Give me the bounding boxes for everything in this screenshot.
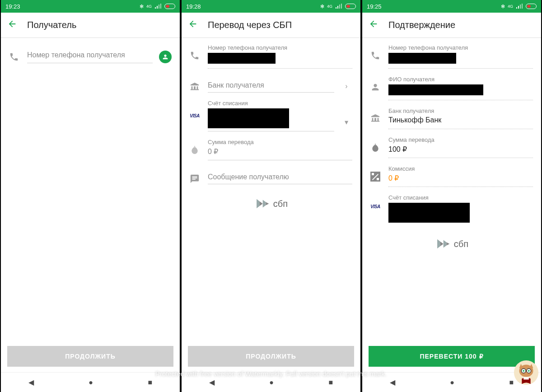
continue-button[interactable]: ПРОДОЛЖИТЬ <box>7 346 173 367</box>
svg-rect-16 <box>523 377 529 380</box>
status-time: 19:23 <box>5 3 20 10</box>
fee-field: Комиссия 0 ₽ <box>388 165 533 187</box>
status-bar: 19:25 ✻4G <box>362 0 541 13</box>
redacted-name <box>388 84 483 95</box>
percent-icon <box>369 165 382 182</box>
battery-icon <box>164 4 175 9</box>
nav-back[interactable]: ◀ <box>209 378 215 387</box>
status-time: 19:25 <box>367 3 382 10</box>
svg-marker-1 <box>260 201 263 206</box>
nav-recent[interactable]: ■ <box>148 378 153 387</box>
svg-marker-2 <box>263 200 266 208</box>
nav-recent[interactable]: ■ <box>329 378 333 387</box>
message-input[interactable]: Сообщение получателю <box>208 168 352 184</box>
dropdown-icon: ▾ <box>341 100 352 126</box>
svg-marker-3 <box>266 202 269 205</box>
sbp-logo: сбп <box>362 236 541 252</box>
message-icon <box>188 168 201 184</box>
chevron-right-icon: › <box>341 76 352 90</box>
nav-home[interactable]: ● <box>450 378 454 387</box>
svg-marker-6 <box>444 240 447 248</box>
svg-marker-7 <box>446 243 449 246</box>
phone-input[interactable]: Номер телефона получателя <box>27 51 153 63</box>
status-bar: 19:23 ✻4G <box>1 0 180 13</box>
bank-field: Банк получателя Тинькофф Банк <box>388 107 533 129</box>
phone-icon <box>188 44 201 61</box>
battery-icon <box>345 4 356 9</box>
status-indicators: ✻4G <box>501 4 537 9</box>
screen-recipient: 19:23 ✻4G Получатель Номер телефона полу… <box>0 0 181 392</box>
person-icon <box>369 76 382 92</box>
mascot-icon <box>513 359 539 386</box>
contacts-button[interactable] <box>159 51 172 63</box>
redacted-account <box>388 203 470 223</box>
moneybag-icon <box>369 136 382 152</box>
status-time: 19:28 <box>186 3 201 10</box>
nav-home[interactable]: ● <box>89 378 93 387</box>
redacted-account <box>208 108 289 128</box>
continue-button[interactable]: ПРОДОЛЖИТЬ <box>188 346 354 367</box>
account-field: Счёт списания <box>388 194 533 224</box>
name-field: ФИО получателя <box>388 76 533 100</box>
android-nav: ◀ ● ■ <box>182 372 360 392</box>
phone-field: Номер телефона получателя <box>388 44 533 69</box>
app-header: Перевод через СБП <box>182 13 360 38</box>
android-nav: ◀ ● ■ <box>1 372 180 392</box>
amount-input[interactable]: Сумма перевода 0 ₽ <box>208 139 352 160</box>
page-title: Перевод через СБП <box>208 20 292 30</box>
nav-home[interactable]: ● <box>269 378 274 387</box>
redacted-phone <box>388 53 456 64</box>
visa-icon: VISA <box>369 194 382 209</box>
page-title: Получатель <box>27 20 76 30</box>
phone-field[interactable]: Номер телефона получателя <box>208 44 352 69</box>
visa-icon: VISA <box>188 100 201 118</box>
phone-icon <box>7 52 21 62</box>
svg-point-15 <box>528 370 530 372</box>
svg-marker-4 <box>437 239 440 248</box>
back-button[interactable] <box>188 19 204 32</box>
phone-icon <box>369 44 382 61</box>
svg-marker-5 <box>440 242 444 246</box>
svg-marker-0 <box>257 199 260 208</box>
app-header: Подтверждение <box>362 13 541 38</box>
back-button[interactable] <box>369 19 385 32</box>
redacted-phone <box>208 53 276 64</box>
app-header: Получатель <box>1 13 180 38</box>
status-bar: 19:28 ✻4G <box>182 0 360 13</box>
transfer-button[interactable]: ПЕРЕВЕСТИ 100 ₽ <box>369 346 535 367</box>
nav-back[interactable]: ◀ <box>390 378 395 387</box>
status-indicators: ✻4G <box>140 4 175 9</box>
moneybag-icon <box>188 139 201 154</box>
bank-icon <box>188 76 201 92</box>
back-button[interactable] <box>7 19 23 32</box>
screen-confirmation: 19:25 ✻4G Подтверждение Номер телефона п… <box>361 0 542 392</box>
bank-icon <box>369 107 382 124</box>
account-select[interactable]: Счёт списания <box>208 100 334 131</box>
screen-transfer-form: 19:28 ✻4G Перевод через СБП Номер телефо… <box>181 0 361 392</box>
amount-field: Сумма перевода 100 ₽ <box>388 136 533 158</box>
bank-select[interactable]: Банк получателя <box>208 76 334 93</box>
sbp-logo: сбп <box>182 196 360 211</box>
nav-back[interactable]: ◀ <box>28 378 34 387</box>
svg-point-14 <box>523 370 524 372</box>
page-title: Подтверждение <box>388 20 455 30</box>
battery-icon <box>526 4 537 9</box>
status-indicators: ✻4G <box>320 4 356 9</box>
